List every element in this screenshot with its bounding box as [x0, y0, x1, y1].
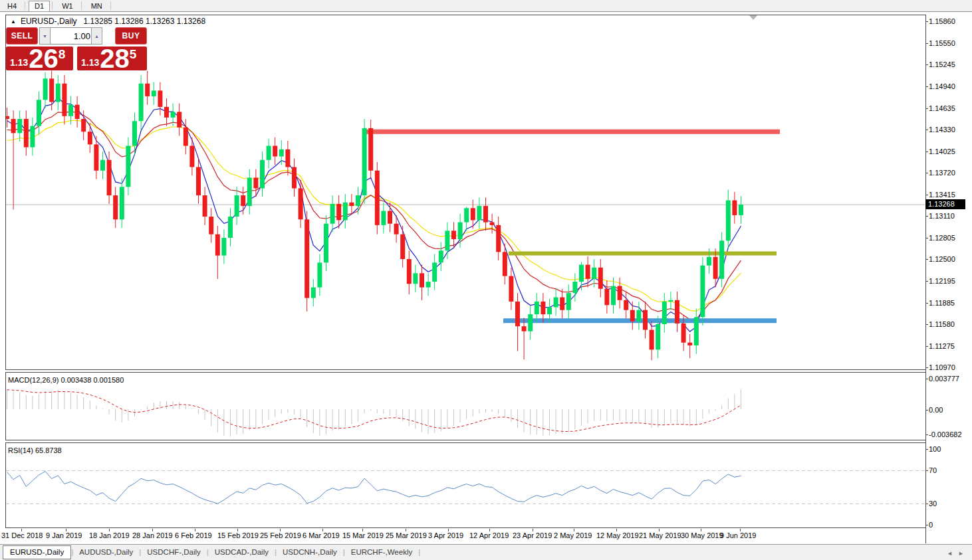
price-axis-tick [925, 303, 928, 304]
date-axis-tick [616, 529, 617, 531]
date-axis-tick [574, 529, 574, 531]
sell-price-big: 26 [29, 48, 59, 70]
price-axis-label: 1.12195 [929, 277, 955, 285]
price-axis-label: 1.14635 [929, 104, 955, 112]
date-axis-label: 15 Feb 2019 [217, 531, 259, 539]
volume-input[interactable] [51, 27, 95, 45]
price-axis-tick [925, 64, 928, 65]
timeframe-button-mn[interactable]: MN [85, 1, 108, 12]
indicator-axis-tick [925, 379, 928, 379]
indicator-axis-label: 30 [929, 500, 937, 508]
price-axis-tick [925, 324, 928, 325]
indicator-axis-label: 0.003777 [929, 375, 959, 383]
price-axis-label: 1.15550 [929, 39, 955, 47]
spinner-up-icon: ▲ [94, 34, 99, 39]
price-axis-label: 1.14025 [929, 147, 955, 155]
volume-decrease-button[interactable]: ▼ [39, 27, 51, 45]
date-axis-tick [659, 529, 660, 531]
date-axis-label: 3 Apr 2019 [428, 531, 463, 539]
buy-price-base: 1.13 [81, 57, 99, 68]
date-axis-label: 18 Jan 2019 [89, 531, 130, 539]
tab-separator: | [418, 545, 420, 556]
sell-button[interactable]: SELL [6, 27, 38, 45]
date-axis-label: 28 Jan 2019 [132, 531, 173, 539]
price-axis-tick [925, 151, 928, 152]
indicator-axis-tick [925, 525, 928, 525]
rsi-label: RSI(14) 65.8738 [8, 446, 62, 454]
timeframe-button-d1[interactable]: D1 [29, 1, 50, 12]
volume-increase-button[interactable]: ▲ [91, 27, 102, 45]
bid-price-label: 1.13268 [925, 199, 965, 209]
date-axis-tick [109, 529, 110, 531]
date-axis-tick [66, 529, 66, 531]
price-axis-tick [925, 281, 928, 282]
toolbar-separator [25, 1, 25, 10]
price-axis-tick [925, 216, 928, 217]
scroll-to-end-marker[interactable] [749, 15, 757, 20]
price-axis-label: 1.12805 [929, 234, 955, 242]
chart-ohlc-values: 1.13285 1.13286 1.13263 1.13268 [84, 17, 206, 26]
sell-price-sup: 8 [59, 47, 66, 62]
collapse-icon[interactable]: ▲ [11, 19, 16, 25]
date-axis-label: 25 Feb 2019 [260, 531, 301, 539]
rsi-group [6, 471, 925, 504]
toolbar-separator [81, 1, 82, 10]
date-axis-label: 21 May 2019 [639, 531, 681, 539]
date-axis-tick [362, 529, 363, 531]
indicator-axis-label: 0 [929, 521, 933, 529]
chart-title: ▲EURUSD-,Daily1.13285 1.13286 1.13263 1.… [11, 17, 205, 26]
buy-button[interactable]: BUY [115, 27, 147, 45]
date-axis-label: 31 Dec 2018 [1, 531, 43, 539]
sell-price-quote[interactable]: 1.13 26 8 [6, 47, 73, 70]
date-axis-label: 6 Mar 2019 [303, 531, 340, 539]
date-axis-tick [406, 529, 406, 531]
indicator-axis-tick [925, 504, 928, 504]
tab-usdcad-daily[interactable]: USDCAD-,Daily [209, 545, 275, 556]
buy-price-big: 28 [100, 48, 130, 70]
date-axis-tick [195, 529, 195, 531]
price-axis-label: 1.14330 [929, 126, 955, 134]
toolbar-separator [110, 1, 111, 10]
price-axis-label: 1.11885 [929, 299, 955, 307]
price-axis-tick [925, 173, 928, 173]
indicator-axis-label: 100 [929, 445, 941, 453]
date-axis-label: 23 Apr 2019 [513, 531, 552, 539]
price-axis-tick [925, 108, 928, 109]
date-axis-tick [322, 529, 323, 531]
chart-canvas[interactable] [0, 0, 972, 560]
sell-price-base: 1.13 [10, 57, 28, 68]
timeframe-button-h4[interactable]: H4 [1, 1, 23, 12]
price-axis-label: 1.12500 [929, 255, 955, 263]
chart-symbol-label: EURUSD-,Daily [21, 17, 77, 26]
price-axis-tick [925, 130, 928, 130]
date-axis-tick [280, 529, 281, 531]
timeframe-toolbar: H4D1W1MN [0, 0, 972, 12]
buy-price-sup: 5 [130, 47, 137, 62]
date-axis-tick [740, 529, 741, 531]
price-axis-tick [925, 195, 928, 195]
price-axis-tick [925, 43, 928, 44]
macd-signal-line [7, 390, 741, 432]
price-axis-tick [925, 86, 928, 87]
timeframe-button-w1[interactable]: W1 [56, 1, 79, 12]
macd-group [7, 389, 741, 436]
tabs-scroll-left-arrow[interactable]: ◄ [947, 550, 953, 557]
price-axis-label: 1.13720 [929, 169, 955, 177]
tab-eurusd-daily[interactable]: EURUSD-,Daily [3, 545, 71, 559]
indicator-axis-label: -0.003682 [929, 430, 962, 438]
indicator-axis-tick [925, 410, 928, 411]
indicator-axis-label: 70 [929, 466, 937, 474]
price-axis-label: 1.11275 [929, 342, 955, 350]
spinner-down-icon: ▼ [43, 34, 47, 39]
date-axis-tick [489, 529, 490, 531]
buy-price-quote[interactable]: 1.13 28 5 [77, 47, 147, 70]
tab-audusd-daily[interactable]: AUDUSD-,Daily [73, 545, 139, 556]
tab-usdcnh-daily[interactable]: USDCNH-,Daily [277, 545, 343, 556]
date-axis-label: 25 Mar 2019 [386, 531, 427, 539]
chart-tab-bar: EURUSD-,Daily|AUDUSD-,Daily|USDCHF-,Dail… [0, 544, 972, 560]
price-axis-label: 1.14940 [929, 82, 955, 90]
tab-eurchf-weekly[interactable]: EURCHF-,Weekly [345, 545, 418, 556]
tab-usdchf-daily[interactable]: USDCHF-,Daily [141, 545, 207, 556]
tabs-scroll-right-arrow[interactable]: ► [958, 550, 964, 557]
price-axis-tick [925, 367, 928, 368]
